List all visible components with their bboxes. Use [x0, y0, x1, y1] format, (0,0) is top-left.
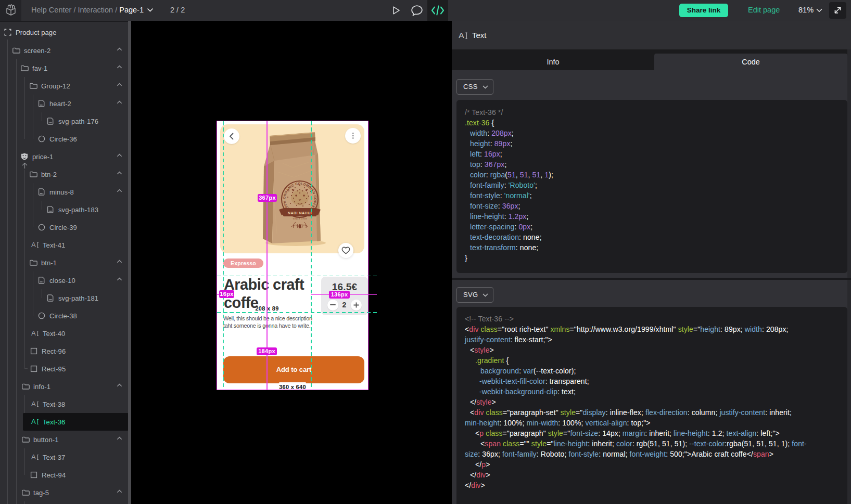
svg-text:A: A — [31, 418, 36, 425]
svg-text:A: A — [459, 31, 464, 40]
